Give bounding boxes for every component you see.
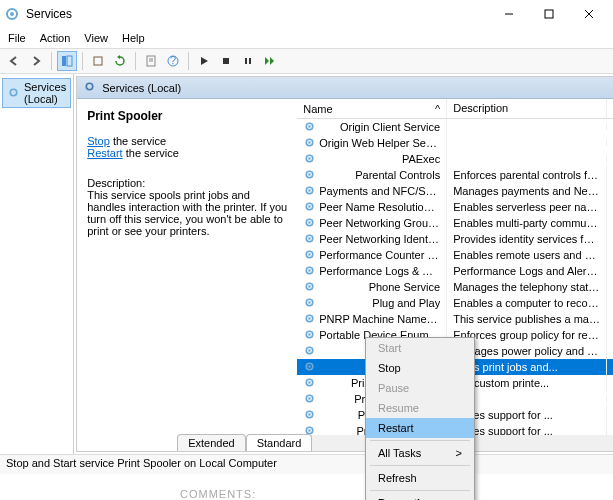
stop-link[interactable]: Stop bbox=[87, 135, 110, 147]
description-text: This service spools print jobs and handl… bbox=[87, 189, 287, 237]
svg-rect-16 bbox=[249, 58, 251, 64]
restart-link[interactable]: Restart bbox=[87, 147, 122, 159]
gear-icon bbox=[83, 80, 96, 95]
svg-point-32 bbox=[308, 221, 310, 223]
properties-button[interactable] bbox=[141, 51, 161, 71]
maximize-button[interactable] bbox=[529, 0, 569, 28]
toolbar: ? bbox=[0, 48, 613, 74]
export-button[interactable] bbox=[88, 51, 108, 71]
restart-service-button[interactable] bbox=[260, 51, 280, 71]
service-name: Origin Web Helper Service bbox=[319, 137, 440, 149]
ctx-refresh[interactable]: Refresh bbox=[366, 468, 474, 488]
titlebar: Services bbox=[0, 0, 613, 28]
service-name: PNRP Machine Name Publi... bbox=[319, 313, 440, 325]
ctx-resume: Resume bbox=[366, 398, 474, 418]
body: Services (Local) Services (Local) Print … bbox=[0, 74, 613, 454]
col-description[interactable]: Description bbox=[447, 99, 607, 118]
service-name: Parental Controls bbox=[355, 169, 440, 181]
svg-rect-7 bbox=[67, 56, 72, 66]
back-button[interactable] bbox=[4, 51, 24, 71]
forward-button[interactable] bbox=[26, 51, 46, 71]
comments-label: COMMENTS: bbox=[180, 488, 256, 500]
service-status bbox=[607, 380, 613, 386]
svg-point-38 bbox=[308, 269, 310, 271]
minimize-button[interactable] bbox=[489, 0, 529, 28]
ctx-pause: Pause bbox=[366, 378, 474, 398]
svg-point-17 bbox=[10, 89, 17, 96]
service-desc bbox=[447, 124, 607, 130]
menubar: File Action View Help bbox=[0, 28, 613, 48]
service-status bbox=[607, 396, 613, 402]
svg-rect-6 bbox=[62, 56, 66, 66]
service-status bbox=[607, 268, 613, 274]
service-desc bbox=[447, 156, 607, 162]
service-status bbox=[607, 236, 613, 242]
view-tabs: Extended Standard bbox=[177, 434, 312, 451]
svg-point-56 bbox=[308, 413, 310, 415]
service-status bbox=[607, 284, 613, 290]
menu-action[interactable]: Action bbox=[40, 32, 71, 44]
tab-standard[interactable]: Standard bbox=[246, 434, 313, 451]
help-button[interactable]: ? bbox=[163, 51, 183, 71]
service-status bbox=[607, 412, 613, 418]
refresh-button[interactable] bbox=[110, 51, 130, 71]
svg-point-26 bbox=[308, 173, 310, 175]
service-status bbox=[607, 124, 613, 130]
service-status bbox=[607, 220, 613, 226]
col-name[interactable]: Name^ bbox=[297, 99, 447, 118]
ctx-restart[interactable]: Restart bbox=[366, 418, 474, 438]
service-name: Peer Networking Grouping bbox=[319, 217, 440, 229]
service-status bbox=[607, 172, 613, 178]
svg-point-30 bbox=[308, 205, 310, 207]
svg-rect-3 bbox=[545, 10, 553, 18]
tab-extended[interactable]: Extended bbox=[177, 434, 245, 451]
menu-help[interactable]: Help bbox=[122, 32, 145, 44]
pane-header: Services (Local) bbox=[77, 77, 613, 99]
service-name: Payments and NFC/SE Man... bbox=[319, 185, 440, 197]
window-title: Services bbox=[26, 7, 489, 21]
service-status bbox=[607, 252, 613, 258]
menu-file[interactable]: File bbox=[8, 32, 26, 44]
svg-point-24 bbox=[308, 157, 310, 159]
gear-icon bbox=[7, 86, 20, 101]
selected-service-title: Print Spooler bbox=[87, 109, 287, 123]
svg-point-1 bbox=[10, 12, 14, 16]
svg-point-58 bbox=[308, 429, 310, 431]
sort-asc-icon: ^ bbox=[435, 103, 440, 115]
ctx-properties[interactable]: Properties bbox=[366, 493, 474, 500]
svg-point-40 bbox=[308, 285, 310, 287]
status-bar: Stop and Start service Print Spooler on … bbox=[0, 454, 613, 474]
service-status: Running bbox=[607, 134, 613, 152]
service-status: Running bbox=[607, 294, 613, 312]
service-status bbox=[607, 204, 613, 210]
svg-rect-8 bbox=[94, 57, 102, 65]
col-status[interactable]: Status bbox=[607, 99, 613, 118]
svg-point-36 bbox=[308, 253, 310, 255]
svg-point-50 bbox=[308, 365, 310, 367]
service-name: Plug and Play bbox=[372, 297, 440, 309]
show-hide-tree-button[interactable] bbox=[57, 51, 77, 71]
svg-rect-14 bbox=[223, 58, 229, 64]
ctx-all-tasks[interactable]: All Tasks> bbox=[366, 443, 474, 463]
svg-point-28 bbox=[308, 189, 310, 191]
svg-point-54 bbox=[308, 397, 310, 399]
svg-point-44 bbox=[308, 317, 310, 319]
tree-root[interactable]: Services (Local) bbox=[2, 78, 71, 108]
menu-view[interactable]: View bbox=[84, 32, 108, 44]
svg-point-48 bbox=[308, 349, 310, 351]
start-service-button[interactable] bbox=[194, 51, 214, 71]
pause-service-button[interactable] bbox=[238, 51, 258, 71]
stop-service-button[interactable] bbox=[216, 51, 236, 71]
svg-rect-15 bbox=[245, 58, 247, 64]
detail-pane: Print Spooler Stop the service Restart t… bbox=[77, 99, 297, 451]
ctx-start: Start bbox=[366, 338, 474, 358]
ctx-stop[interactable]: Stop bbox=[366, 358, 474, 378]
services-icon bbox=[4, 6, 20, 22]
column-headers: Name^ Description Status bbox=[297, 99, 613, 119]
service-status: Running bbox=[607, 358, 613, 376]
service-name: PAExec bbox=[402, 153, 440, 165]
service-status bbox=[607, 332, 613, 338]
service-status: Running bbox=[607, 182, 613, 200]
close-button[interactable] bbox=[569, 0, 609, 28]
svg-point-18 bbox=[86, 83, 93, 90]
